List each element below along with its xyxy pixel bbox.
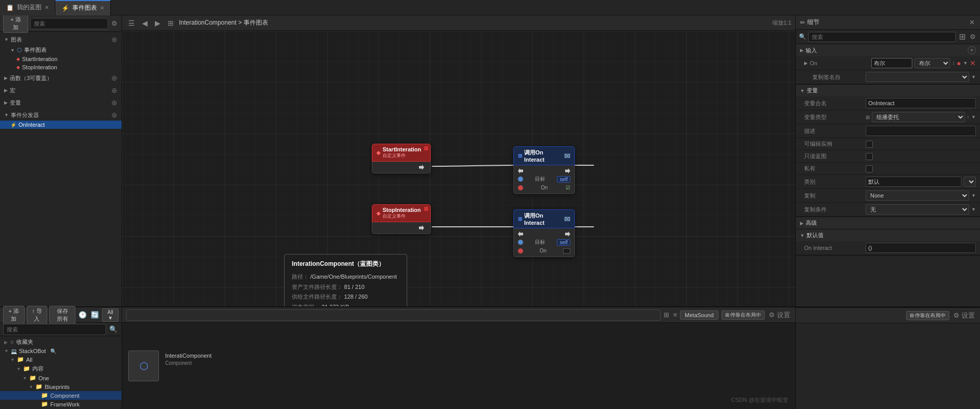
asset-item-content[interactable]: ▼ 📁 内容: [0, 364, 122, 374]
node-start-interation[interactable]: ◆ StartInteration 自定义事件: [372, 144, 431, 173]
on-type-select[interactable]: 布尔: [914, 58, 950, 68]
chevron-event-graph: ▼: [10, 48, 15, 53]
details-close-btn[interactable]: ✕: [968, 17, 976, 27]
center-bottom-sort-btn[interactable]: ≡: [672, 310, 678, 320]
add-macro-btn[interactable]: ⊕: [111, 86, 117, 94]
replicate-select[interactable]: None: [866, 190, 969, 201]
tree-item-on-interact[interactable]: ⚡ OnInteract: [0, 121, 122, 129]
add-variable-btn[interactable]: ⊕: [111, 99, 117, 107]
chevron-stackobot: ▼: [4, 348, 9, 354]
asset-item-component[interactable]: 📁 Component: [0, 391, 122, 400]
center-bottom-search[interactable]: [126, 309, 661, 321]
tab-close-icon[interactable]: ✕: [45, 5, 49, 10]
center-bottom-filter-btn[interactable]: ⊞: [663, 310, 670, 320]
asset-history-btn[interactable]: 🕐: [77, 310, 88, 320]
tree-header-variables[interactable]: ▶ 变量 ⊕: [0, 97, 122, 108]
center-bottom: ⊞ ≡ MetaSound ⊞ 停靠在布局中 ⚙ 设置 ⬡: [122, 307, 795, 409]
settings-btn[interactable]: ⚙ 设置: [768, 309, 791, 321]
tree-item-start-interation[interactable]: ◆ StartInteration: [0, 55, 122, 63]
replicate-cond-select[interactable]: 无: [866, 204, 969, 215]
details-grid-icon[interactable]: ⊞: [958, 31, 967, 43]
tree-header-macros[interactable]: ▶ 宏 ⊕: [0, 85, 122, 96]
asset-sync-btn[interactable]: 🔄: [90, 310, 100, 320]
asset-item-one[interactable]: ▼ 📁 One: [0, 374, 122, 382]
copy-sig-select[interactable]: [866, 72, 969, 82]
replicate-cond-container: 无 ▼: [866, 204, 976, 215]
stop-layout-btn[interactable]: ⊞ 停靠在布局中: [722, 310, 765, 320]
category-input[interactable]: [866, 177, 962, 187]
settings-icon-btn[interactable]: ⚙: [110, 18, 118, 28]
tab-my-blueprint[interactable]: 📋 我的蓝图 ✕: [0, 0, 55, 15]
chevron-content: ▼: [16, 366, 21, 372]
forward-btn[interactable]: ▶: [153, 18, 163, 28]
asset-item-favorites[interactable]: ▶ ☆ 收藏夹: [0, 337, 122, 347]
back-btn[interactable]: ◀: [140, 18, 150, 28]
on-remove-btn[interactable]: ✕: [970, 59, 976, 67]
tree-header-dispatchers[interactable]: ▼ 事件分发器 ⊕: [0, 109, 122, 121]
desc-input[interactable]: [866, 126, 976, 136]
tree-item-event-graph[interactable]: ▼ ⬡ 事件图表: [0, 45, 122, 55]
readonly-checkbox[interactable]: [866, 153, 873, 160]
asset-import-btn[interactable]: ↑ 导入: [27, 306, 48, 324]
details-section-variable-header[interactable]: ▼ 变量: [796, 85, 980, 96]
event-graph-node-icon: ⬡: [17, 47, 22, 53]
category-select[interactable]: [964, 177, 976, 187]
asset-item-stackobot[interactable]: ▼ 💻 StackOBot 🔍: [0, 347, 122, 355]
search-icon-stackobot[interactable]: 🔍: [50, 348, 56, 354]
var-name-input[interactable]: [866, 98, 976, 108]
tree-header-functions[interactable]: ▶ 函数（3可覆盖） ⊕: [0, 72, 122, 84]
exec-out-pin-2: [419, 225, 424, 230]
add-function-btn[interactable]: ⊕: [111, 74, 117, 82]
editable-checkbox[interactable]: [866, 141, 873, 148]
on-type-input[interactable]: 布尔: [871, 58, 912, 68]
add-graph-btn[interactable]: ⊕: [111, 35, 117, 44]
call-on-row-1: On ☑: [514, 184, 574, 191]
node-call-2[interactable]: ⊞ 调用On Interact ✉ 目标 self: [513, 209, 575, 257]
node-call-1[interactable]: ⊞ 调用On Interact ✉ 目标 self: [513, 146, 575, 194]
asset-sub-label: Component: [165, 360, 212, 366]
stop-layout-btn-2[interactable]: ⊞ 停靠在布局中: [906, 311, 950, 320]
tab-close-icon-2[interactable]: ✕: [100, 5, 104, 11]
grid-view-btn[interactable]: ⊞: [166, 18, 176, 28]
details-search-input[interactable]: [808, 32, 956, 42]
metasound-btn[interactable]: MetaSound: [680, 310, 718, 320]
node-exec-row-2: [372, 224, 430, 231]
asset-add-btn[interactable]: + 添加: [3, 306, 25, 324]
tree-panel: ▼ 图表 ⊕ ▼ ⬡ 事件图表 ◆ StartInteration ◆ Stop…: [0, 32, 122, 306]
var-type-select[interactable]: 组播委托: [872, 112, 965, 122]
var-type-down: ▼: [971, 114, 976, 120]
chevron-functions: ▶: [4, 75, 8, 81]
search-input[interactable]: [30, 18, 108, 29]
folder-one-icon: 📁: [29, 375, 36, 381]
details-header: ✏ 细节 ✕: [796, 15, 980, 30]
tree-item-stop-interation[interactable]: ◆ StopInteration: [0, 63, 122, 71]
on-interact-default-input[interactable]: [866, 243, 976, 253]
asset-all-btn[interactable]: All ▼: [102, 308, 118, 322]
tab-event-graph[interactable]: ⚡ 事件图表 ✕: [55, 0, 111, 15]
tree-header-graph[interactable]: ▼ 图表 ⊕: [0, 34, 122, 45]
node-pin-corner: [424, 146, 428, 150]
details-section-input-header[interactable]: ▶ 输入 +: [796, 44, 980, 56]
node-canvas[interactable]: ◆ StartInteration 自定义事件 ◆: [122, 31, 795, 306]
call-target-row-2: 目标 self: [514, 238, 574, 247]
asset-item-all[interactable]: ▼ 📁 All: [0, 355, 122, 364]
details-settings-icon[interactable]: ⚙: [969, 32, 977, 42]
add-input-btn[interactable]: +: [968, 46, 976, 54]
asset-search-icon[interactable]: 🔍: [108, 324, 118, 334]
asset-item-blueprints[interactable]: ▼ 📁 Blueprints: [0, 382, 122, 391]
bottom-asset-info: ⬡ InteratiComponent Component: [126, 348, 791, 383]
center-area: ☰ ◀ ▶ ⊞ InterationComponent > 事件图表 缩放1:1: [122, 15, 795, 306]
add-dispatcher-btn[interactable]: ⊕: [111, 111, 117, 119]
node-stop-interation[interactable]: ◆ StopInteration 自定义事件: [372, 204, 431, 234]
asset-search-input[interactable]: [3, 324, 106, 335]
asset-item-framework[interactable]: 📁 FrameWork: [0, 400, 122, 408]
settings-btn-2[interactable]: ⚙ 设置: [952, 310, 976, 321]
details-section-defaults-header[interactable]: ▼ 默认值: [796, 229, 980, 241]
add-button[interactable]: + 添加: [3, 15, 28, 33]
details-section-advanced-header[interactable]: ▶ 高级: [796, 217, 980, 229]
node-call-header-2: ⊞ 调用On Interact ✉: [513, 209, 575, 228]
asset-save-btn[interactable]: 保存所有: [49, 306, 75, 324]
node-call-body-2: 目标 self On: [513, 228, 575, 257]
private-checkbox[interactable]: [866, 165, 873, 172]
hamburger-menu-btn[interactable]: ☰: [126, 18, 137, 28]
